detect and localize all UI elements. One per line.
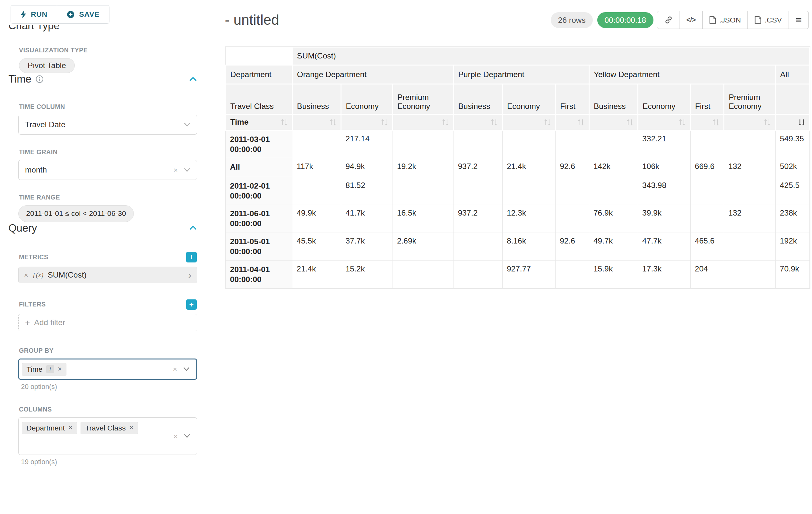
sort-row-header: Time [226, 114, 292, 130]
pivot-cell [690, 205, 724, 233]
chart-header: - untitled 26 rows 00:00:00.18 </> .JSON [225, 10, 809, 30]
pivot-cell: 332.21 [638, 130, 691, 158]
pivot-cell [454, 177, 502, 205]
columns-tag-department[interactable]: Department × [22, 422, 77, 434]
remove-tag-icon[interactable]: × [68, 424, 72, 431]
column-header: Economy [638, 84, 691, 114]
time-column-select[interactable]: Travel Date [18, 115, 197, 135]
add-filter-button[interactable]: + Add filter [18, 314, 197, 331]
pivot-cell: 502k [775, 158, 809, 177]
sort-cell [454, 114, 502, 130]
chevron-down-icon[interactable] [183, 367, 190, 371]
pivot-cell: 217.14 [341, 130, 393, 158]
add-filter-placeholder: Add filter [34, 318, 65, 327]
clear-all-icon[interactable]: × [173, 366, 177, 373]
export-json-button[interactable]: .JSON [702, 11, 748, 29]
expand-metric-icon[interactable]: › [188, 270, 191, 280]
pivot-cell: 132 [724, 158, 775, 177]
chevron-up-icon[interactable] [190, 77, 197, 82]
column-header: Premium Economy [393, 84, 454, 114]
plus-icon: + [189, 253, 194, 261]
row-header: 2011-05-01 00:00:00 [226, 233, 292, 261]
time-range-value[interactable]: 2011-01-01 ≤ col < 2011-06-30 [18, 205, 134, 222]
sort-toggle-icon[interactable] [544, 119, 551, 126]
sort-toggle-icon[interactable] [281, 119, 288, 126]
sort-toggle-icon[interactable] [713, 119, 719, 126]
sort-cell [393, 114, 454, 130]
export-csv-button[interactable]: .CSV [748, 11, 789, 29]
sort-toggle-icon[interactable] [627, 119, 633, 126]
remove-metric-icon[interactable]: × [24, 271, 28, 279]
info-icon: i [46, 365, 54, 373]
sort-toggle-icon[interactable] [679, 119, 686, 126]
export-csv-label: .CSV [764, 16, 782, 24]
remove-tag-icon[interactable]: × [129, 424, 133, 431]
export-json-label: .JSON [719, 16, 741, 24]
pivot-cell [556, 261, 589, 289]
query-section-header[interactable]: Query [8, 222, 197, 234]
column-header: Business [292, 84, 341, 114]
pivot-cell: 45.5k [292, 233, 341, 261]
chevron-up-icon[interactable] [190, 225, 197, 230]
remove-tag-icon[interactable]: × [58, 366, 62, 373]
lightning-bolt-icon [20, 10, 27, 19]
sort-toggle-icon[interactable] [381, 119, 388, 126]
pivot-cell: 47.7k [638, 233, 691, 261]
file-icon [755, 16, 761, 24]
tag-label: Travel Class [85, 424, 125, 432]
pivot-cell [454, 130, 502, 158]
action-bar: RUN SAVE [10, 5, 208, 23]
pivot-cell [556, 177, 589, 205]
pivot-cell: 549.35 [775, 130, 809, 158]
clear-icon[interactable]: × [173, 166, 177, 174]
clear-all-icon[interactable]: × [173, 432, 177, 440]
group-by-tag-time[interactable]: Time i × [22, 363, 66, 376]
time-section-header[interactable]: Time [8, 73, 197, 85]
pivot-cell [292, 130, 341, 158]
save-button[interactable]: SAVE [57, 5, 110, 23]
info-circle-icon [36, 75, 44, 83]
group-by-select[interactable]: Time i × × [18, 358, 197, 379]
row-header: 2011-04-01 00:00:00 [226, 261, 292, 289]
visualization-type-value[interactable]: Pivot Table [19, 58, 75, 73]
chart-panel: - untitled 26 rows 00:00:00.18 </> .JSON [208, 0, 812, 514]
file-icon [709, 16, 716, 24]
pivot-cell [393, 130, 454, 158]
chart-title: - untitled [225, 12, 279, 28]
tag-label: Department [26, 424, 65, 432]
time-range-label: TIME RANGE [19, 194, 208, 201]
column-header [775, 84, 809, 114]
column-group-header: Orange Department [292, 65, 454, 84]
chevron-down-icon[interactable] [184, 434, 190, 438]
metric-label: SUM(Cost) [48, 270, 86, 279]
sort-toggle-icon[interactable] [442, 119, 449, 126]
sort-toggle-icon[interactable] [577, 119, 584, 126]
add-filter-plus-button[interactable]: + [186, 299, 197, 310]
sort-cell [502, 114, 555, 130]
columns-tag-travel-class[interactable]: Travel Class × [81, 422, 138, 434]
pivot-cell [589, 130, 638, 158]
add-metric-button[interactable]: + [186, 252, 197, 263]
pivot-cell [393, 177, 454, 205]
time-grain-select[interactable]: month × [18, 160, 197, 180]
menu-button[interactable]: ≡ [789, 11, 809, 29]
sort-toggle-icon[interactable] [329, 119, 336, 126]
columns-select[interactable]: Department × Travel Class × × [18, 417, 197, 455]
circle-plus-icon [66, 10, 75, 19]
pivot-cell: 106k [638, 158, 691, 177]
metric-item[interactable]: × ƒ(x) SUM(Cost) › [18, 267, 197, 283]
sort-toggle-icon[interactable] [764, 119, 771, 126]
pivot-table: SUM(Cost)DepartmentOrange DepartmentPurp… [225, 47, 810, 289]
menu-icon: ≡ [795, 15, 802, 25]
column-header: First [556, 84, 589, 114]
view-query-button[interactable]: </> [679, 11, 702, 29]
share-link-button[interactable] [657, 11, 680, 29]
sort-toggle-icon[interactable] [491, 119, 497, 126]
save-button-label: SAVE [79, 10, 100, 19]
run-button[interactable]: RUN [10, 5, 57, 23]
row-header: 2011-06-01 00:00:00 [226, 205, 292, 233]
sort-desc-active-icon[interactable] [798, 119, 805, 126]
time-section-title: Time [8, 73, 31, 85]
table-row: 2011-03-01 00:00:00217.14332.21549.35 [226, 130, 810, 158]
pivot-cell [556, 130, 589, 158]
